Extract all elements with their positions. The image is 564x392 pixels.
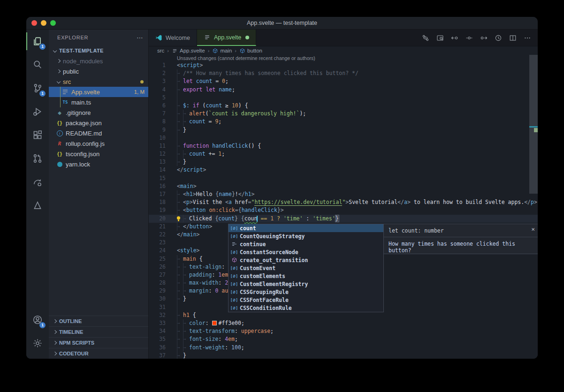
suggestion-CSSFontFaceRule[interactable]: [∅]CSSFontFaceRule [229,296,383,304]
activity-github-pr-icon[interactable] [26,147,49,170]
line-number: 28 [149,279,166,287]
more-actions-icon[interactable] [522,32,533,44]
code-line-8[interactable]: 8→→count = 9; [149,118,538,126]
compare-icon[interactable] [420,32,431,44]
sidebar-section-outline[interactable]: OUTLINE [49,316,148,326]
zoom-window-button[interactable] [50,20,56,26]
symbol-variable-icon: [∅] [230,297,238,302]
suggestion-signature: let count: number [384,224,538,237]
code-line-14[interactable]: 14</script> [149,166,538,174]
code-line-32[interactable]: 32→h1 { [149,311,538,319]
suggestion-ConstantSourceNode[interactable]: [∅]ConstantSourceNode [229,248,383,256]
code-line-20[interactable]: 20→→Clicked {count} {coun == 1 ? 'time' … [149,215,538,223]
tree-item-tsconfig.json[interactable]: {}tsconfig.json [49,149,148,159]
activity-settings-icon[interactable] [26,332,49,355]
tree-item-App.svelte[interactable]: App.svelte1, M [49,87,148,97]
code-line-7[interactable]: 7→→alert(`count is dangerously high!`); [149,110,538,118]
line-number: 20 [149,215,166,223]
code-line-37[interactable]: 37→} [149,352,538,359]
tree-item-.gitignore[interactable]: ◆.gitignore [49,107,148,118]
close-icon[interactable]: × [531,226,535,233]
code-line-10[interactable]: 10 [149,134,538,142]
suggestion-create_out_transition[interactable]: create_out_transition [229,256,383,264]
suggestion-CountQueuingStrategy[interactable]: [∅]CountQueuingStrategy [229,232,383,240]
line-number: 5 [149,94,166,102]
scrollbar[interactable] [529,55,538,194]
overview-ruler-cursor-mark [529,126,538,128]
code-line-18[interactable]: 18→<p>Visit the <a href="https://svelte.… [149,198,538,206]
suggestion-CSSGroupingRule[interactable]: [∅]CSSGroupingRule [229,288,383,296]
activity-search-icon[interactable] [26,53,49,76]
previous-change-icon[interactable] [449,32,460,44]
activity-extensions-icon[interactable] [26,123,49,147]
git-icon: ◆ [55,110,64,115]
code-line-3[interactable]: 3→let count = 0; [149,77,538,85]
line-number: 27 [149,271,166,279]
activity-accounts-icon[interactable]: 1 [26,308,49,332]
activity-explorer-icon[interactable]: 1 [26,30,49,53]
code-line-19[interactable]: 19→<button on:click={handleClick}> [149,206,538,214]
code-line-11[interactable]: 11→function handleClick() { [149,142,538,150]
code-line-36[interactable]: 36→→font-weight: 100; [149,344,538,352]
tab-welcome[interactable]: Welcome [149,30,197,46]
change-icon[interactable] [464,32,475,44]
code-line-5[interactable]: 5 [149,94,538,102]
breadcrumb-item-app-svelte[interactable]: App.svelte [172,48,205,54]
code-line-9[interactable]: 9→} [149,126,538,134]
suggestion-count[interactable]: [∅]count [229,224,383,232]
workspace-section-header[interactable]: TEST-TEMPLATE [49,45,148,56]
sidebar-section-npm-scripts[interactable]: NPM SCRIPTS [49,337,148,348]
suggestion-continue[interactable]: continue [229,240,383,248]
line-number: 24 [149,247,166,255]
split-editor-icon[interactable] [507,32,518,44]
code-line-1[interactable]: 1<script> [149,61,538,69]
sidebar-section-timeline[interactable]: TIMELINE [49,326,148,337]
code-line-33[interactable]: 33→→color: #ff3e00; [149,319,538,327]
code-line-13[interactable]: 13→} [149,158,538,166]
color-swatch[interactable] [212,321,217,325]
tree-item-main.ts[interactable]: TSmain.ts [49,97,148,107]
tree-item-README.md[interactable]: iREADME.md [49,128,148,138]
tree-item-rollup.config.js[interactable]: Rrollup.config.js [49,138,148,149]
explorer-more-actions[interactable]: ⋯ [137,34,144,41]
activity-live-share-icon[interactable] [26,170,49,194]
code-line-35[interactable]: 35→→font-size: 4em; [149,335,538,343]
tree-item-package.json[interactable]: {}package.json [49,118,148,128]
code-editor[interactable]: Unsaved changes (cannot determine recent… [149,55,538,359]
sidebar-section-codetour[interactable]: CODETOUR [49,348,148,359]
suggestion-CustomElementRegistry[interactable]: [∅]CustomElementRegistry [229,280,383,288]
tab-app-svelte[interactable]: App.svelte [197,30,256,46]
code-line-6[interactable]: 6→$: if (count ≥ 10) { [149,102,538,110]
breadcrumb-item-src[interactable]: src [157,48,164,53]
code-line-34[interactable]: 34→→text-transform: uppercase; [149,327,538,335]
activity-run-debug-icon[interactable] [26,100,49,123]
suggestion-CustomEvent[interactable]: [∅]CustomEvent [229,264,383,272]
window-title: App.svelte — test-template [26,17,538,29]
suggestion-CSSConditionRule[interactable]: [∅]CSSConditionRule [229,304,383,312]
minimize-window-button[interactable] [41,20,46,26]
code-line-17[interactable]: 17→<h1>Hello {name}!</h1> [149,190,538,198]
suggestion-customElements[interactable]: [∅]customElements [229,272,383,280]
breadcrumb-item-button[interactable]: button [239,48,262,54]
code-line-15[interactable]: 15 [149,174,538,182]
tree-item-node_modules[interactable]: node_modules [49,56,148,66]
tree-item-src[interactable]: src [49,76,148,87]
open-preview-icon[interactable] [434,32,446,44]
git-decoration-badge: 1, M [134,89,148,95]
code-line-2[interactable]: 2→/** How many times has someone clicked… [149,69,538,77]
activity-source-control-icon[interactable]: 1 [26,76,49,100]
file-history-icon[interactable] [493,32,504,44]
activity-azure-icon[interactable] [26,194,49,217]
code-line-4[interactable]: 4→export let name; [149,86,538,94]
breadcrumb-item-main[interactable]: main [212,48,232,54]
code-line-16[interactable]: 16<main> [149,182,538,190]
next-change-icon[interactable] [478,32,489,44]
file-name: yarn.lock [66,161,90,168]
gitlens-annotation: Unsaved changes (cannot determine recent… [149,55,538,61]
code-line-12[interactable]: 12→→count += 1; [149,150,538,158]
line-number: 13 [149,158,166,166]
tree-item-yarn.lock[interactable]: yarn.lock [49,159,148,169]
line-number: 19 [149,206,166,214]
close-window-button[interactable] [31,20,37,26]
tree-item-public[interactable]: public [49,66,148,76]
